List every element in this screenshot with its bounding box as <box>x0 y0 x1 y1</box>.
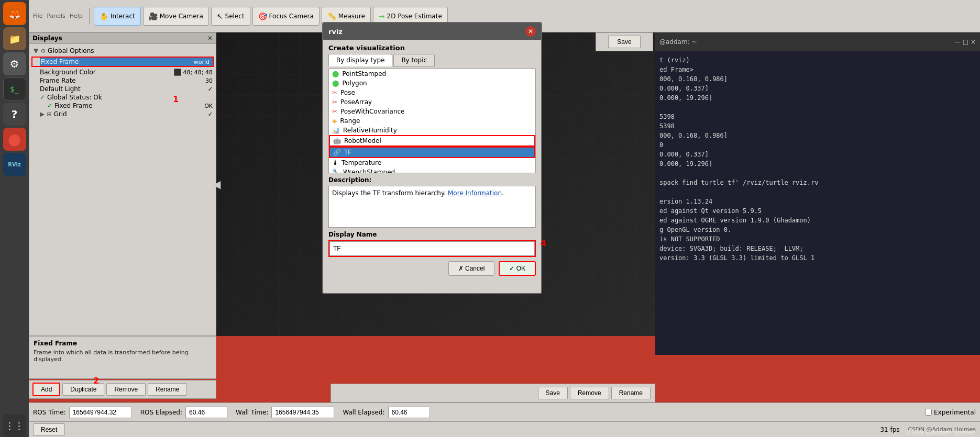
list-item-robotmodel[interactable]: 🤖 RobotModel <box>330 136 534 145</box>
displays-panel-titlebar: Displays ✕ <box>29 33 216 44</box>
wrenchstamped-icon: 🔧 <box>332 169 340 173</box>
focus-camera-button[interactable]: 🎯 Focus Camera <box>252 7 320 26</box>
save-button[interactable]: Save <box>538 387 568 399</box>
select-button[interactable]: ↖ Select <box>211 7 250 26</box>
pose-icon: ✂ <box>332 89 337 96</box>
pointstamped-icon: ⬤ <box>332 70 339 77</box>
posearray-icon: ✂ <box>332 98 337 106</box>
experimental-area: Experimental <box>925 409 976 416</box>
terminal-line <box>659 169 976 178</box>
frame-rate-row[interactable]: Frame Rate 30 <box>39 76 214 85</box>
wall-time-item: Wall Time: <box>236 407 334 418</box>
fixed-frame-row[interactable]: Fixed Frame world <box>40 58 213 66</box>
list-item-pointstamped[interactable]: ⬤ PointStamped <box>329 69 535 79</box>
move-camera-icon: 🎥 <box>149 12 158 20</box>
list-item-wrenchstamped[interactable]: 🔧 WrenchStamped <box>329 167 535 173</box>
status-bar: ROS Time: ROS Elapsed: Wall Time: Wall E… <box>29 402 980 421</box>
reset-bar: Reset 31 fps CSDN @Addam Holmes <box>29 421 980 437</box>
terminal-line: 000, 0.168, 0.986] <box>659 74 976 84</box>
ok-button[interactable]: ✓ OK <box>499 261 536 276</box>
annotation-1: 1 <box>173 94 179 104</box>
rename-button-right[interactable]: Rename <box>611 387 651 399</box>
list-item-range[interactable]: ◈ Range <box>329 116 535 126</box>
bottom-buttons: Add Duplicate Remove Rename <box>29 380 216 399</box>
rviz-icon[interactable]: RViz <box>3 153 26 176</box>
displays-panel-title: Displays <box>32 35 62 42</box>
add-button[interactable]: Add <box>32 383 60 396</box>
description-title: Fixed Frame <box>34 340 212 347</box>
terminal-line: ed Frame> <box>659 65 976 74</box>
annotation-2: 2 <box>93 376 99 386</box>
terminal-icon[interactable]: $_ <box>3 77 26 100</box>
grid-row[interactable]: ▶ ⊞ Grid ✓ <box>39 110 214 118</box>
watermark: CSDN @Addam Holmes <box>907 429 975 436</box>
displays-content: ▼ ⚙ Global Options Fixed Frame world Bac… <box>29 44 216 120</box>
terminal-line: spack find turtle_tf' /rviz/turtle_rviz.… <box>659 178 976 187</box>
background-color-row[interactable]: Background Color 48; 48; 48 <box>39 68 214 76</box>
remove-button[interactable]: Remove <box>106 383 146 396</box>
dialog-close-button[interactable]: ✕ <box>525 26 536 37</box>
wall-elapsed-input[interactable] <box>388 407 430 418</box>
terminal-line: 000, 0.168, 0.986] <box>659 131 976 140</box>
dialog-tabs: By display type By topic <box>323 54 541 69</box>
tab-by-topic[interactable]: By topic <box>393 54 435 66</box>
experimental-checkbox[interactable] <box>925 409 932 416</box>
list-item-polygon[interactable]: ⬤ Polygon <box>329 79 535 88</box>
dialog-display-name-area: Display Name 4 <box>328 231 536 257</box>
interact-button[interactable]: ✋ Interact <box>94 7 141 26</box>
list-item-pose[interactable]: ✂ Pose <box>329 88 535 97</box>
list-item-relativehumidity[interactable]: 📊 RelativeHumidity <box>329 126 535 135</box>
fps-label: 31 fps <box>880 426 899 433</box>
ros-time-input[interactable] <box>69 407 132 418</box>
terminal-line: device: SVGA3D; build: RELEASE; LLVM; <box>659 244 976 253</box>
files-icon[interactable]: 📁 <box>3 27 26 50</box>
ros-elapsed-input[interactable] <box>185 407 227 418</box>
global-status-fixed-frame-row[interactable]: ✓ Fixed Frame OK <box>46 102 214 110</box>
displays-panel: Displays ✕ ▼ ⚙ Global Options Fixed Fram… <box>29 32 216 336</box>
help-icon[interactable]: ? <box>3 103 26 126</box>
tab-by-display-type[interactable]: By display type <box>328 54 392 66</box>
terminal-line <box>659 103 976 112</box>
cancel-button[interactable]: ✗ Cancel <box>448 261 495 276</box>
dialog-title: rviz <box>328 28 343 36</box>
ros-time-item: ROS Time: <box>33 407 132 418</box>
global-status-row[interactable]: ✓ Global Status: Ok <box>39 93 214 102</box>
terminal-panel[interactable]: t (rviz) ed Frame> 000, 0.168, 0.986] 0.… <box>655 51 980 355</box>
rename-button[interactable]: Rename <box>148 383 187 396</box>
viewport-collapse-arrow[interactable]: ◀ <box>213 178 221 191</box>
terminal-line: version: 3.3 (GLSL 3.3) limited to GLSL … <box>659 253 976 263</box>
tf-icon: 🔗 <box>333 149 341 156</box>
interact-icon: ✋ <box>100 12 108 20</box>
pose-estimate-icon: → <box>379 12 385 20</box>
more-info-link[interactable]: More Information <box>448 189 502 197</box>
grid-icon[interactable]: ⋮⋮ <box>3 414 26 437</box>
temperature-icon: 🌡 <box>332 159 338 166</box>
robotmodel-icon: 🤖 <box>333 137 341 144</box>
global-options-row[interactable]: ▼ ⚙ Global Options <box>31 46 214 55</box>
move-camera-button[interactable]: 🎥 Move Camera <box>143 7 209 26</box>
zero-button[interactable]: Save <box>608 36 640 48</box>
list-item-posewithcovariance[interactable]: ✂ PoseWithCovariance <box>329 107 535 116</box>
annotation-4: 4 <box>541 238 546 248</box>
display-name-label: Display Name <box>328 231 536 238</box>
list-item-tf[interactable]: 🔗 TF <box>330 148 534 157</box>
displays-panel-close[interactable]: ✕ <box>207 35 213 42</box>
list-item-temperature[interactable]: 🌡 Temperature <box>329 158 535 167</box>
settings-icon[interactable]: ⚙ <box>3 52 26 75</box>
terminal-line: is NOT SUPPORTED <box>659 234 976 244</box>
terminal-line: g OpenGL version 0. <box>659 225 976 234</box>
display-name-input[interactable] <box>329 241 535 256</box>
default-light-row[interactable]: Default Light ✓ <box>39 85 214 93</box>
save-area: Save Remove Rename <box>331 384 655 402</box>
ros-elapsed-label: ROS Elapsed: <box>140 409 182 416</box>
list-item-posearray[interactable]: ✂ PoseArray <box>329 97 535 107</box>
wall-time-label: Wall Time: <box>236 409 268 416</box>
remove-button-right[interactable]: Remove <box>570 387 609 399</box>
red-circle-icon[interactable]: ⬤ <box>3 128 26 151</box>
firefox-icon[interactable]: 🦊 <box>3 2 26 25</box>
terminal-line: ed against OGRE version 1.9.0 (Ghadamon) <box>659 216 976 225</box>
color-swatch <box>174 69 181 76</box>
reset-button[interactable]: Reset <box>33 423 65 436</box>
dialog-list[interactable]: ⬤ PointStamped ⬤ Polygon ✂ Pose ✂ PoseAr… <box>328 69 536 173</box>
wall-time-input[interactable] <box>271 407 334 418</box>
